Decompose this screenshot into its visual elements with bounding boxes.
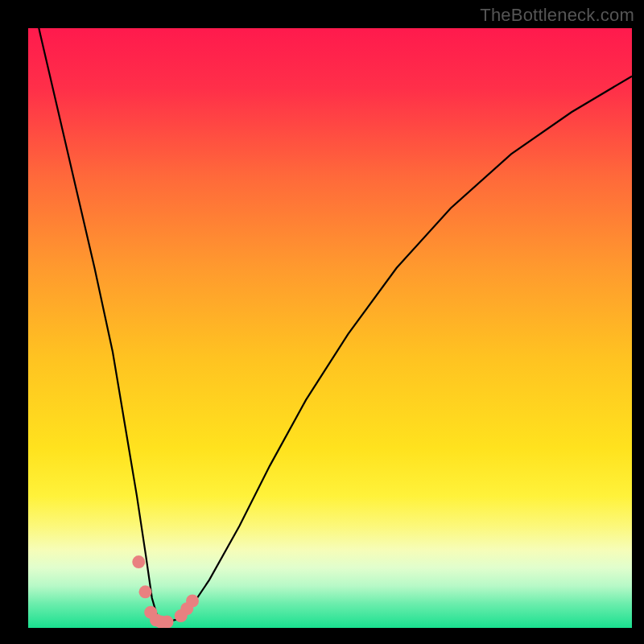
chart-curve [28, 28, 632, 628]
marker-dot [132, 555, 145, 568]
plot-area [28, 28, 632, 628]
outer-frame: TheBottleneck.com [0, 0, 644, 644]
marker-dot [139, 585, 152, 598]
watermark-text: TheBottleneck.com [480, 5, 634, 26]
marker-dot [161, 616, 174, 628]
marker-dot [186, 594, 199, 607]
